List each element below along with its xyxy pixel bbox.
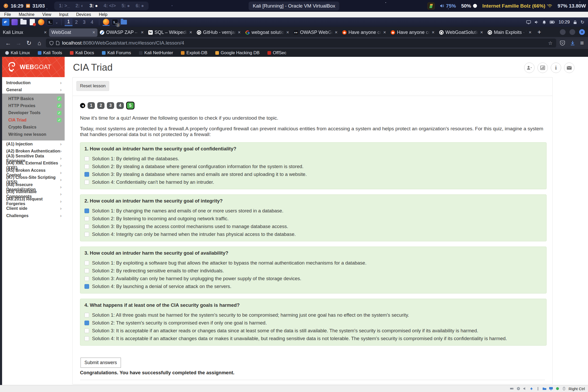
home-button[interactable]: ⌂ xyxy=(35,40,43,47)
tab-close-icon[interactable]: × xyxy=(480,30,483,35)
bookmark-star-icon[interactable]: ☆ xyxy=(548,40,553,46)
pager-prev-button[interactable]: ◀ xyxy=(80,103,85,108)
browser-tab[interactable]: WebGoat× xyxy=(49,28,97,37)
bookmark-item[interactable]: Exploit-DB xyxy=(181,50,207,56)
tab-close-icon[interactable]: × xyxy=(529,30,531,35)
tab-close-icon[interactable]: × xyxy=(189,30,192,35)
downloads-icon[interactable] xyxy=(570,41,575,46)
page-info-icon[interactable] xyxy=(56,41,59,45)
checkbox-unchecked[interactable] xyxy=(84,268,89,273)
checkbox-unchecked[interactable] xyxy=(84,313,89,317)
menu-devices[interactable]: Devices xyxy=(76,12,91,17)
network-indicator[interactable]: Internet Familie Bolz (66%) xyxy=(482,3,552,9)
checkbox-unchecked[interactable] xyxy=(84,156,89,161)
file-manager-button[interactable] xyxy=(20,19,27,26)
bookmark-item[interactable]: Kali Docs xyxy=(70,50,94,56)
browser-tab[interactable]: WSQL – Wikipedia× xyxy=(146,28,194,37)
lock-screen-icon[interactable] xyxy=(573,20,577,24)
battery-tray-icon[interactable] xyxy=(550,21,555,24)
forward-button[interactable]: → xyxy=(15,40,22,47)
audio-status-icon[interactable] xyxy=(523,387,527,391)
checkbox-unchecked[interactable] xyxy=(84,336,89,341)
browser-tab[interactable]: OWASP ZAP – ZAP i× xyxy=(97,28,146,37)
about-button[interactable]: i xyxy=(551,63,561,73)
sidebar-item-introduction[interactable]: Introduction› xyxy=(2,79,65,87)
bookmark-item[interactable]: Kali Tools xyxy=(38,50,62,56)
menu-help[interactable]: Help xyxy=(99,12,107,17)
terminal-window-button[interactable]: $_ 3 xyxy=(111,19,119,26)
audio-tray-icon[interactable] xyxy=(535,20,539,24)
host-workspace[interactable]: 5: ● xyxy=(122,3,130,9)
checkbox-unchecked[interactable] xyxy=(84,224,89,229)
tray-app-icon[interactable] xyxy=(427,2,435,10)
host-workspace[interactable]: 6: ● xyxy=(136,3,144,9)
bookmark-item[interactable]: Kali Forums xyxy=(102,50,131,56)
taskbar-workspace-1[interactable]: 1 xyxy=(65,18,72,26)
tab-close-icon[interactable]: × xyxy=(286,30,289,35)
tab-close-icon[interactable]: × xyxy=(141,30,144,35)
show-desktop-button[interactable] xyxy=(11,19,18,26)
checkbox-checked[interactable] xyxy=(84,321,89,325)
firefox-window-button[interactable] xyxy=(102,19,110,26)
menu-machine[interactable]: Machine xyxy=(19,12,34,17)
checkbox-unchecked[interactable] xyxy=(84,276,89,281)
launcher-dropdown-icon[interactable]: ⌄ xyxy=(55,20,58,24)
bookmark-item[interactable]: Google Hacking DB xyxy=(215,50,260,56)
checkbox-unchecked[interactable] xyxy=(84,216,89,221)
checkbox-unchecked[interactable] xyxy=(84,232,89,237)
host-workspace[interactable]: 1: >_ xyxy=(59,3,70,9)
new-tab-button[interactable]: + xyxy=(537,28,541,36)
menu-view[interactable]: View xyxy=(42,12,51,17)
notification-bell-icon[interactable] xyxy=(542,20,546,24)
browser-tab[interactable]: Have anyone comple× xyxy=(340,28,388,37)
bookmark-item[interactable]: Kali Linux xyxy=(5,50,30,56)
reset-lesson-button[interactable]: Reset lesson xyxy=(76,81,109,91)
checkbox-checked[interactable] xyxy=(84,172,89,177)
sidebar-item-challenges[interactable]: Challenges› xyxy=(2,212,65,219)
hard-disk-status-icon[interactable] xyxy=(510,387,514,391)
pager-page-5[interactable]: 5 xyxy=(126,102,134,109)
usb-status-icon[interactable] xyxy=(536,387,540,391)
pager-page-4[interactable]: 4 xyxy=(117,102,124,109)
checkbox-checked[interactable] xyxy=(84,209,89,213)
tab-close-icon[interactable]: × xyxy=(335,30,338,35)
pager-page-2[interactable]: 2 xyxy=(97,102,105,109)
guest-clock[interactable]: 10:29 xyxy=(559,20,570,25)
menu-hamburger-icon[interactable]: ≡ xyxy=(580,39,584,47)
taskbar-workspace-2[interactable]: 2 xyxy=(72,18,80,26)
submit-answers-button[interactable]: Submit answers xyxy=(81,358,121,368)
taskbar-workspace-3[interactable]: 3 xyxy=(80,18,88,26)
sidebar-item-writing-new-lesson[interactable]: Writing new lesson xyxy=(2,131,65,140)
browser-tab[interactable]: webgoat solutions -× xyxy=(243,28,291,37)
battery-indicator[interactable]: 97% 13.80W xyxy=(558,3,586,9)
optical-disk-status-icon[interactable] xyxy=(516,387,520,391)
terminal-launcher-button[interactable]: $_ xyxy=(46,19,54,26)
webgoat-logo[interactable]: WEBGOAT xyxy=(2,57,65,77)
shield-icon[interactable] xyxy=(50,41,53,45)
logout-icon[interactable]: ↻ xyxy=(580,19,584,25)
checkbox-unchecked[interactable] xyxy=(84,164,89,169)
sidebar-item-http-basics[interactable]: HTTP Basics✓ xyxy=(2,94,65,102)
browser-tab[interactable]: Main Exploits · WebG× xyxy=(485,28,534,37)
files-window-button[interactable] xyxy=(120,19,127,26)
browser-tab[interactable]: Kali Linux× xyxy=(1,28,49,37)
bookmark-item[interactable]: Kali NetHunter xyxy=(139,50,173,56)
maximize-button[interactable] xyxy=(569,29,575,35)
display-tray-icon[interactable] xyxy=(526,20,531,24)
host-workspace[interactable]: 4: </> xyxy=(103,3,116,9)
sidebar-item-developer-tools[interactable]: Developer Tools✓ xyxy=(2,109,65,117)
reload-button[interactable]: ↻ xyxy=(25,40,33,47)
browser-tab[interactable]: WebGoatSolutions/S× xyxy=(437,28,485,37)
browser-tab[interactable]: Have anyone comple× xyxy=(388,28,437,37)
vm-window-title[interactable]: Kali [Running] - Oracle VM VirtualBox xyxy=(249,2,339,10)
browser-tab[interactable]: GitHub - vernjan/we× xyxy=(194,28,243,37)
pager-page-1[interactable]: 1 xyxy=(88,102,95,109)
tab-close-icon[interactable]: × xyxy=(383,30,386,35)
close-window-button[interactable]: × xyxy=(579,29,585,35)
tab-close-icon[interactable]: × xyxy=(92,30,95,35)
tab-close-icon[interactable]: × xyxy=(238,30,241,35)
contact-button[interactable] xyxy=(564,63,574,73)
network-status-icon[interactable] xyxy=(529,387,534,391)
url-text[interactable]: localhost:8080/WebGoat/start.mvc#lesson/… xyxy=(62,40,184,46)
volume-indicator[interactable]: 75% xyxy=(440,3,456,9)
